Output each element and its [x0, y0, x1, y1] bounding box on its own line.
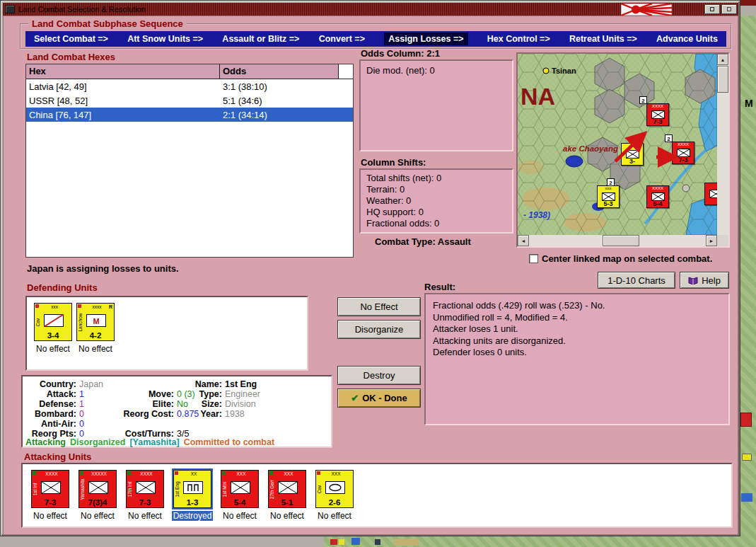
size-label: Size: — [182, 399, 222, 409]
unit-detail-panel: Country: Japan Name: 1st Eng Attack: 1 M… — [21, 375, 332, 448]
shift-line: Terrain: 0 — [366, 184, 506, 195]
unit-size: XXXX — [36, 471, 67, 476]
table-row-ussr[interactable]: USSR [48, 52] 5:1 (34:6) — [26, 93, 353, 108]
stack-badge: 2 — [665, 134, 673, 142]
map-unit-counter[interactable]: XXXX 7-3 — [646, 103, 669, 126]
subphase-item-convert[interactable]: Convert => — [319, 34, 365, 44]
scroll-right-button[interactable]: ► — [706, 235, 717, 246]
map-unit-strength: 3- — [622, 158, 643, 165]
horizontal-scroll-thumb[interactable] — [603, 235, 639, 246]
attacking-unit-counter-yamashita[interactable]: Yamashita XXXXX 7(3)4 — [78, 470, 117, 508]
die-mod-panel: Die mod. (net): 0 — [359, 59, 513, 151]
result-line: Fractional odds (.429) roll was (.523) -… — [433, 300, 721, 312]
attacking-unit-counter-cav[interactable]: Cav XXX 2-6 — [315, 470, 354, 508]
charts-button[interactable]: 1-D-10 Charts — [598, 272, 675, 289]
attack-label: Attack: — [24, 389, 76, 399]
linked-map[interactable]: Tsinan NA ake Chaoyang - 1938) XXXX 7-3 … — [518, 54, 717, 235]
unit-strength: 1-3 — [174, 498, 211, 507]
hex-cell: USSR [48, 52] — [26, 96, 220, 106]
subphase-item-assign-losses[interactable]: Assign Losses => — [384, 33, 467, 45]
attacking-unit-counter-27th-garr[interactable]: 27th Garr XXX 5-1 — [268, 470, 306, 508]
ok-done-button[interactable]: ✔ OK - Done — [337, 388, 421, 408]
defending-units-panel: Cav xxx 3-4 No effect R Lanchow xxxx M 4… — [25, 296, 308, 371]
map-label-year: - 1938) — [523, 210, 550, 220]
unit-size: XXXXX — [83, 471, 115, 476]
subphase-item-assault-or-blitz[interactable]: Assault or Blitz => — [222, 34, 299, 44]
defending-unit-cell: R Lanchow xxxx M 4-2 No effect — [74, 301, 117, 354]
bombard-value: 0 — [79, 409, 84, 419]
unit-strength: 5-4 — [221, 498, 258, 507]
unit-size: XXX — [226, 471, 257, 476]
disorganize-button[interactable]: Disorganize — [337, 320, 421, 339]
table-row-latvia[interactable]: Latvia [42, 49] 3:1 (38:10) — [26, 79, 353, 93]
attacking-unit-counter-1st-inf[interactable]: 1st Inf XXXX 7-3 — [31, 470, 69, 508]
map-horizontal-scrollbar[interactable]: ◄ ► — [518, 235, 717, 246]
attacking-unit-cell: 1st Inf XXXX 7-3 No effect — [28, 468, 72, 521]
odds-cell: 2:1 (34:14) — [220, 110, 353, 120]
combat-hexes-title: Land Combat Hexes — [27, 52, 115, 62]
map-unit-counter[interactable]: xxx 5-3 — [597, 185, 620, 208]
attacking-unit-counter-1st-mtn[interactable]: 1st Mtn XXX 5-4 — [221, 470, 259, 508]
defense-value: 1 — [79, 399, 84, 409]
unit-strength: 2-6 — [316, 498, 353, 507]
map-vertical-scrollbar[interactable]: ▲ ▼ — [717, 54, 728, 246]
table-row-china-selected[interactable]: China [76, 147] 2:1 (34:14) — [26, 108, 353, 122]
move-label: Move: — [106, 389, 174, 399]
unit-status: No effect — [221, 511, 258, 521]
unit-status: No effect — [127, 511, 163, 521]
help-button[interactable]: Help — [680, 272, 729, 289]
subphase-item-hex-control[interactable]: Hex Control => — [487, 34, 550, 44]
militia-symbol: M — [86, 314, 106, 327]
hex-cell: China [76, 147] — [26, 110, 220, 120]
scroll-up-button[interactable]: ▲ — [717, 54, 728, 65]
flag-attacking: Attacking — [25, 437, 66, 447]
cavalry-symbol — [44, 314, 64, 327]
vertical-scroll-thumb[interactable] — [717, 66, 728, 93]
unit-strength: 3-4 — [35, 331, 71, 340]
unit-status: No effect — [79, 511, 116, 521]
attacking-unit-counter-1st-eng[interactable]: 1st Eng XX 1-3 — [173, 470, 211, 508]
map-unit-counter[interactable]: 3- — [621, 143, 644, 166]
destroy-button[interactable]: Destroy — [337, 366, 421, 385]
dialog-content: Land Combat Subphase Sequence Select Com… — [0, 0, 756, 547]
unit-strength: 7-3 — [32, 498, 69, 507]
map-unit-size: XXXX — [673, 142, 694, 146]
die-mod-line: Die mod. (net): 0 — [366, 65, 506, 76]
disorganize-button-label: Disorganize — [355, 324, 404, 335]
unit-size: XXX — [320, 471, 351, 476]
odds-cell: 3:1 (38:10) — [220, 81, 353, 92]
hex-cell: Latvia [42, 49] — [26, 81, 220, 92]
attacking-units-title: Attacking Units — [24, 451, 91, 462]
map-unit-counter[interactable]: XXXX 7-3 — [672, 142, 694, 164]
map-unit-counter-partial[interactable] — [704, 183, 717, 205]
subphase-item-att-snow-units[interactable]: Att Snow Units => — [127, 34, 203, 44]
defending-unit-counter-lanchow[interactable]: R Lanchow xxxx M 4-2 — [76, 303, 115, 341]
column-shifts-title: Column Shifts: — [361, 157, 426, 168]
elite-label: Elite: — [106, 399, 174, 409]
map-label-city: Tsinan — [552, 67, 576, 75]
attacking-unit-cell-selected: 1st Eng XX 1-3 Destroyed — [170, 468, 214, 521]
unit-status: No effect — [32, 511, 69, 521]
name-value: 1st Eng — [225, 379, 257, 389]
scroll-left-button[interactable]: ◄ — [518, 235, 529, 246]
linked-map-panel: Tsinan NA ake Chaoyang - 1938) XXXX 7-3 … — [516, 52, 730, 248]
subphase-item-select-combat[interactable]: Select Combat => — [34, 34, 108, 44]
map-unit-counter[interactable]: XXXX 5-4 — [646, 185, 669, 208]
infantry-symbol — [231, 481, 250, 494]
attacking-units-panel: 1st Inf XXXX 7-3 No effect Yamashita XXX… — [21, 463, 733, 528]
odds-cell: 5:1 (34:6) — [220, 96, 353, 106]
no-effect-button[interactable]: No Effect — [337, 297, 421, 316]
odds-column-title: Odds Column: 2:1 — [361, 48, 440, 59]
shift-line: Fractional odds: 0 — [366, 218, 506, 229]
center-map-checkbox[interactable] — [529, 254, 538, 263]
subphase-item-advance-units[interactable]: Advance Units — [656, 34, 718, 44]
map-label-region: NA — [521, 83, 555, 110]
subphase-item-retreat-units[interactable]: Retreat Units => — [569, 34, 637, 44]
unit-strength: 5-1 — [269, 498, 306, 507]
result-line: Attacker loses 1 unit. — [433, 323, 721, 335]
ok-done-button-label: OK - Done — [362, 393, 407, 403]
stack-badge: 2 — [639, 96, 647, 104]
defending-unit-counter-cav[interactable]: Cav xxx 3-4 — [34, 303, 72, 341]
type-value: Engineer — [225, 389, 260, 399]
attacking-unit-counter-17th-inf[interactable]: 17th Inf XXXX 7-3 — [126, 470, 164, 508]
